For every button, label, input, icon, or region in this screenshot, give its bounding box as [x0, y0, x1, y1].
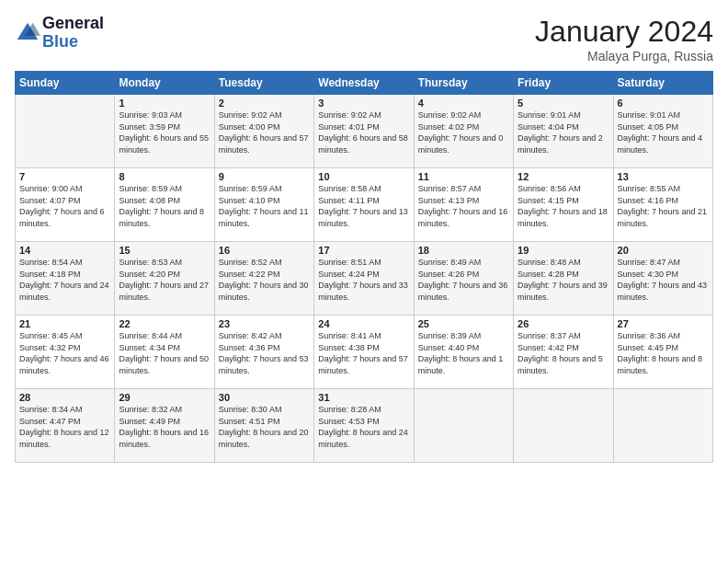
table-row: 13Sunrise: 8:55 AMSunset: 4:16 PMDayligh…	[613, 168, 712, 242]
table-row	[514, 389, 613, 463]
day-info: Sunrise: 8:51 AMSunset: 4:24 PMDaylight:…	[318, 257, 409, 303]
table-row: 8Sunrise: 8:59 AMSunset: 4:08 PMDaylight…	[115, 168, 214, 242]
table-row: 6Sunrise: 9:01 AMSunset: 4:05 PMDaylight…	[613, 95, 712, 168]
table-row: 2Sunrise: 9:02 AMSunset: 4:00 PMDaylight…	[214, 95, 313, 168]
day-info: Sunrise: 8:37 AMSunset: 4:42 PMDaylight:…	[518, 330, 609, 376]
table-row: 24Sunrise: 8:41 AMSunset: 4:38 PMDayligh…	[314, 316, 414, 389]
day-number: 21	[19, 318, 110, 329]
day-number: 5	[518, 98, 609, 109]
table-row: 12Sunrise: 8:56 AMSunset: 4:15 PMDayligh…	[514, 168, 613, 242]
table-row: 26Sunrise: 8:37 AMSunset: 4:42 PMDayligh…	[514, 316, 613, 389]
week-row-4: 28Sunrise: 8:34 AMSunset: 4:47 PMDayligh…	[16, 389, 713, 463]
table-row: 11Sunrise: 8:57 AMSunset: 4:13 PMDayligh…	[414, 168, 513, 242]
day-number: 31	[318, 392, 409, 403]
day-info: Sunrise: 9:01 AMSunset: 4:05 PMDaylight:…	[618, 109, 709, 155]
day-info: Sunrise: 8:30 AMSunset: 4:51 PMDaylight:…	[219, 404, 310, 450]
day-number: 9	[219, 171, 310, 182]
day-info: Sunrise: 8:34 AMSunset: 4:47 PMDaylight:…	[19, 404, 110, 450]
day-info: Sunrise: 8:28 AMSunset: 4:53 PMDaylight:…	[318, 404, 409, 450]
col-saturday: Saturday	[613, 72, 712, 95]
table-row: 30Sunrise: 8:30 AMSunset: 4:51 PMDayligh…	[214, 389, 313, 463]
table-row: 31Sunrise: 8:28 AMSunset: 4:53 PMDayligh…	[314, 389, 414, 463]
table-row	[16, 95, 115, 168]
day-info: Sunrise: 9:01 AMSunset: 4:04 PMDaylight:…	[518, 109, 609, 155]
table-row	[613, 389, 712, 463]
table-row: 1Sunrise: 9:03 AMSunset: 3:59 PMDaylight…	[115, 95, 214, 168]
day-number: 2	[219, 98, 310, 109]
day-info: Sunrise: 8:47 AMSunset: 4:30 PMDaylight:…	[618, 257, 709, 303]
table-row: 21Sunrise: 8:45 AMSunset: 4:32 PMDayligh…	[16, 316, 115, 389]
day-number: 11	[418, 171, 509, 182]
table-row: 16Sunrise: 8:52 AMSunset: 4:22 PMDayligh…	[214, 242, 313, 316]
week-row-0: 1Sunrise: 9:03 AMSunset: 3:59 PMDaylight…	[16, 95, 713, 168]
day-info: Sunrise: 8:39 AMSunset: 4:40 PMDaylight:…	[418, 330, 509, 376]
day-info: Sunrise: 8:54 AMSunset: 4:18 PMDaylight:…	[19, 257, 110, 303]
day-number: 18	[418, 245, 509, 256]
location: Malaya Purga, Russia	[535, 49, 713, 63]
table-row: 15Sunrise: 8:53 AMSunset: 4:20 PMDayligh…	[115, 242, 214, 316]
day-number: 15	[119, 245, 210, 256]
table-row: 17Sunrise: 8:51 AMSunset: 4:24 PMDayligh…	[314, 242, 414, 316]
month-title: January 2024	[535, 15, 713, 49]
table-row: 9Sunrise: 8:59 AMSunset: 4:10 PMDaylight…	[214, 168, 313, 242]
col-monday: Monday	[115, 72, 214, 95]
col-wednesday: Wednesday	[314, 72, 414, 95]
day-info: Sunrise: 8:52 AMSunset: 4:22 PMDaylight:…	[219, 257, 310, 303]
day-number: 19	[518, 245, 609, 256]
day-info: Sunrise: 8:48 AMSunset: 4:28 PMDaylight:…	[518, 257, 609, 303]
logo-icon	[15, 20, 40, 46]
day-number: 29	[119, 392, 210, 403]
col-friday: Friday	[514, 72, 613, 95]
table-row: 20Sunrise: 8:47 AMSunset: 4:30 PMDayligh…	[613, 242, 712, 316]
header-row: Sunday Monday Tuesday Wednesday Thursday…	[16, 72, 713, 95]
day-info: Sunrise: 8:32 AMSunset: 4:49 PMDaylight:…	[119, 404, 210, 450]
day-info: Sunrise: 9:00 AMSunset: 4:07 PMDaylight:…	[19, 183, 110, 229]
header: General Blue January 2024 Malaya Purga, …	[15, 15, 713, 63]
day-number: 16	[219, 245, 310, 256]
day-number: 25	[418, 318, 509, 329]
table-row: 27Sunrise: 8:36 AMSunset: 4:45 PMDayligh…	[613, 316, 712, 389]
day-info: Sunrise: 9:02 AMSunset: 4:00 PMDaylight:…	[219, 109, 310, 155]
table-row: 22Sunrise: 8:44 AMSunset: 4:34 PMDayligh…	[115, 316, 214, 389]
day-info: Sunrise: 8:55 AMSunset: 4:16 PMDaylight:…	[618, 183, 709, 229]
page: General Blue January 2024 Malaya Purga, …	[0, 0, 728, 563]
table-row: 7Sunrise: 9:00 AMSunset: 4:07 PMDaylight…	[16, 168, 115, 242]
day-info: Sunrise: 8:53 AMSunset: 4:20 PMDaylight:…	[119, 257, 210, 303]
logo-line2: Blue	[42, 33, 104, 52]
day-info: Sunrise: 8:49 AMSunset: 4:26 PMDaylight:…	[418, 257, 509, 303]
day-info: Sunrise: 8:42 AMSunset: 4:36 PMDaylight:…	[219, 330, 310, 376]
table-row: 5Sunrise: 9:01 AMSunset: 4:04 PMDaylight…	[514, 95, 613, 168]
day-number: 10	[318, 171, 409, 182]
day-number: 12	[518, 171, 609, 182]
col-thursday: Thursday	[414, 72, 513, 95]
table-row: 4Sunrise: 9:02 AMSunset: 4:02 PMDaylight…	[414, 95, 513, 168]
week-row-1: 7Sunrise: 9:00 AMSunset: 4:07 PMDaylight…	[16, 168, 713, 242]
table-row: 25Sunrise: 8:39 AMSunset: 4:40 PMDayligh…	[414, 316, 513, 389]
day-info: Sunrise: 8:59 AMSunset: 4:10 PMDaylight:…	[219, 183, 310, 229]
calendar-table: Sunday Monday Tuesday Wednesday Thursday…	[15, 71, 713, 463]
table-row: 18Sunrise: 8:49 AMSunset: 4:26 PMDayligh…	[414, 242, 513, 316]
day-info: Sunrise: 8:59 AMSunset: 4:08 PMDaylight:…	[119, 183, 210, 229]
day-number: 14	[19, 245, 110, 256]
logo: General Blue	[15, 15, 104, 52]
day-number: 22	[119, 318, 210, 329]
table-row: 19Sunrise: 8:48 AMSunset: 4:28 PMDayligh…	[514, 242, 613, 316]
col-tuesday: Tuesday	[214, 72, 313, 95]
day-number: 28	[19, 392, 110, 403]
table-row: 28Sunrise: 8:34 AMSunset: 4:47 PMDayligh…	[16, 389, 115, 463]
day-number: 6	[618, 98, 709, 109]
day-number: 20	[618, 245, 709, 256]
week-row-2: 14Sunrise: 8:54 AMSunset: 4:18 PMDayligh…	[16, 242, 713, 316]
day-number: 1	[119, 98, 210, 109]
day-info: Sunrise: 8:44 AMSunset: 4:34 PMDaylight:…	[119, 330, 210, 376]
day-number: 8	[119, 171, 210, 182]
day-info: Sunrise: 9:02 AMSunset: 4:02 PMDaylight:…	[418, 109, 509, 155]
col-sunday: Sunday	[16, 72, 115, 95]
day-info: Sunrise: 8:41 AMSunset: 4:38 PMDaylight:…	[318, 330, 409, 376]
day-info: Sunrise: 9:02 AMSunset: 4:01 PMDaylight:…	[318, 109, 409, 155]
day-number: 23	[219, 318, 310, 329]
title-area: January 2024 Malaya Purga, Russia	[535, 15, 713, 63]
table-row: 23Sunrise: 8:42 AMSunset: 4:36 PMDayligh…	[214, 316, 313, 389]
day-number: 27	[618, 318, 709, 329]
day-info: Sunrise: 8:36 AMSunset: 4:45 PMDaylight:…	[618, 330, 709, 376]
